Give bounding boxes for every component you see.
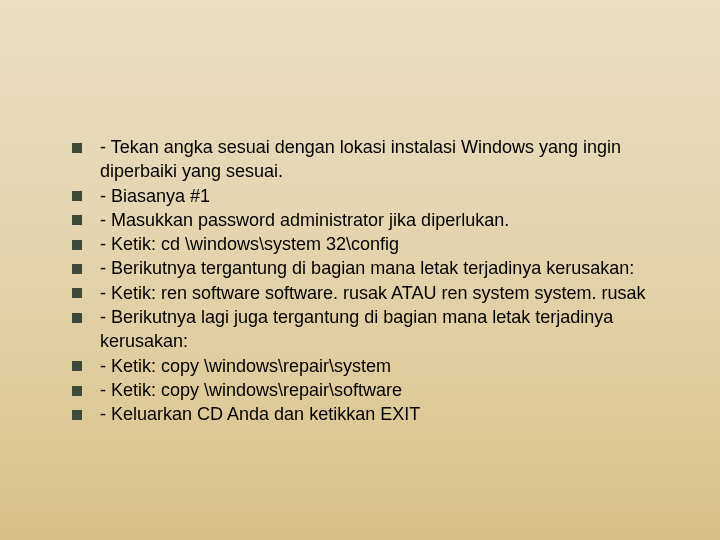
square-bullet-icon xyxy=(72,386,82,396)
list-item: - Berikutnya tergantung di bagian mana l… xyxy=(72,256,672,280)
list-item-text: - Ketik: copy \windows\repair\software xyxy=(100,380,402,400)
list-item: - Ketik: copy \windows\repair\software xyxy=(72,378,672,402)
list-item-text: - Berikutnya tergantung di bagian mana l… xyxy=(100,258,634,278)
square-bullet-icon xyxy=(72,410,82,420)
square-bullet-icon xyxy=(72,361,82,371)
list-item-text: - Berikutnya lagi juga tergantung di bag… xyxy=(100,307,613,351)
square-bullet-icon xyxy=(72,288,82,298)
list-item: - Keluarkan CD Anda dan ketikkan EXIT xyxy=(72,402,672,426)
list-item: - Ketik: cd \windows\system 32\config xyxy=(72,232,672,256)
list-item-text: - Masukkan password administrator jika d… xyxy=(100,210,509,230)
list-item: - Tekan angka sesuai dengan lokasi insta… xyxy=(72,135,672,184)
list-item-text: - Ketik: cd \windows\system 32\config xyxy=(100,234,399,254)
square-bullet-icon xyxy=(72,143,82,153)
list-item-text: - Ketik: ren software software. rusak AT… xyxy=(100,283,646,303)
square-bullet-icon xyxy=(72,215,82,225)
list-item: - Ketik: ren software software. rusak AT… xyxy=(72,281,672,305)
square-bullet-icon xyxy=(72,240,82,250)
list-item: - Biasanya #1 xyxy=(72,184,672,208)
list-item-text: - Tekan angka sesuai dengan lokasi insta… xyxy=(100,137,621,181)
list-item-text: - Biasanya #1 xyxy=(100,186,210,206)
square-bullet-icon xyxy=(72,313,82,323)
square-bullet-icon xyxy=(72,191,82,201)
list-item: - Masukkan password administrator jika d… xyxy=(72,208,672,232)
list-item: - Ketik: copy \windows\repair\system xyxy=(72,354,672,378)
square-bullet-icon xyxy=(72,264,82,274)
slide-body: - Tekan angka sesuai dengan lokasi insta… xyxy=(72,135,672,427)
list-item-text: - Ketik: copy \windows\repair\system xyxy=(100,356,391,376)
bullet-list: - Tekan angka sesuai dengan lokasi insta… xyxy=(72,135,672,427)
list-item: - Berikutnya lagi juga tergantung di bag… xyxy=(72,305,672,354)
list-item-text: - Keluarkan CD Anda dan ketikkan EXIT xyxy=(100,404,420,424)
